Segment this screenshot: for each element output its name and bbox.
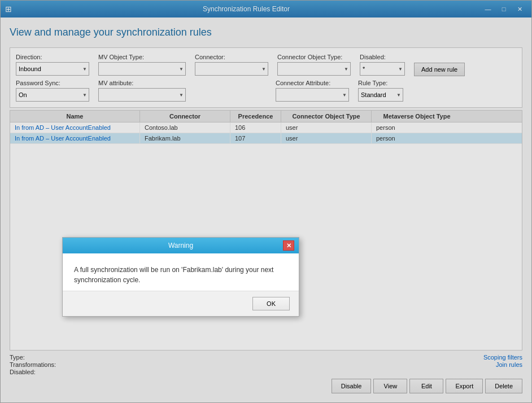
- dialog-message: A full synchronization will be run on 'F…: [74, 265, 287, 285]
- warning-dialog: Warning ✕ A full synchronization will be…: [62, 237, 299, 317]
- dialog-title-bar: Warning ✕: [63, 238, 299, 253]
- dialog-overlay: Warning ✕ A full synchronization will be…: [0, 0, 532, 403]
- dialog-content: A full synchronization will be run on 'F…: [63, 253, 299, 291]
- dialog-close-button[interactable]: ✕: [283, 240, 294, 251]
- dialog-ok-button[interactable]: OK: [252, 297, 290, 310]
- dialog-footer: OK: [63, 291, 299, 316]
- dialog-title: Warning: [79, 242, 283, 249]
